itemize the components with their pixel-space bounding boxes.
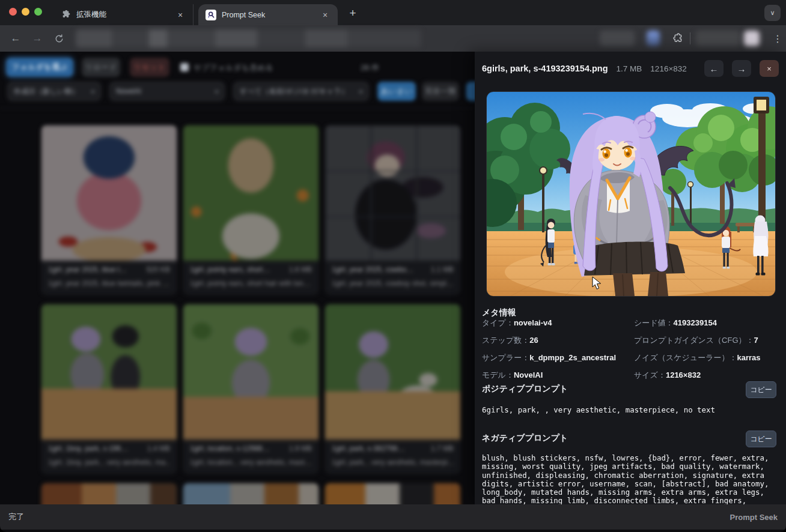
card-filename: 1girl, park, s-382798…: [332, 444, 404, 453]
address-bar-redacted[interactable]: [76, 29, 421, 47]
scope-dropdown-value: すべて（名前/ポジ/ネガ/キャラ）: [240, 86, 349, 97]
thumbnail-image: [41, 304, 177, 440]
new-tab-button[interactable]: +: [345, 5, 361, 21]
thumbnail-image: [41, 483, 177, 504]
gallery-card[interactable]: 1girl, year 2025, blue t…520 KB 1girl, y…: [41, 125, 177, 295]
card-filesize: 1.9 MB: [289, 444, 312, 453]
status-text: 完了: [8, 512, 24, 522]
card-filename: 1girl, year 2025, cowbo…: [332, 265, 413, 274]
model-dropdown-value: NovelAI: [116, 87, 141, 95]
preview-illustration: [487, 92, 775, 296]
chevron-down-icon: ▾: [359, 88, 362, 95]
browser-toolbar: ← → ⋮: [0, 25, 786, 52]
detail-panel: 6girls, park, s-4193239154.png 1.7 MB 12…: [475, 52, 786, 504]
toolbar-extension-redacted[interactable]: [600, 31, 635, 46]
copy-negative-button[interactable]: コピー: [746, 431, 776, 447]
card-filename: 1girl, location, s-12988…: [190, 444, 270, 453]
tab-title: Prompt Seek: [222, 11, 314, 19]
gallery-background: フォルダを選ぶ リロード リセット サブフォルダも含める 26 件 作成日（新し…: [0, 52, 475, 504]
gallery-card[interactable]: [41, 483, 177, 504]
macos-zoom-button[interactable]: [34, 8, 42, 16]
negative-prompt-text: blush, blush stickers, nsfw, lowres, {ba…: [482, 454, 781, 504]
card-prompt-preview: 1girl, year 2025, cowboy shot, simpl…: [332, 279, 454, 288]
page-content: フォルダを選ぶ リロード リセット サブフォルダも含める 26 件 作成日（新し…: [0, 52, 786, 504]
thumbnail-image: [324, 125, 461, 261]
macos-minimize-button[interactable]: [22, 8, 29, 16]
card-prompt-preview: 1girl, pointy ears, short hair with lon…: [190, 279, 312, 288]
card-prompt-preview: 1girl, year 2025, blue twintails, pink …: [48, 279, 170, 288]
chrome-menu-icon[interactable]: ⋮: [769, 30, 786, 47]
gallery-blurred-layer: フォルダを選ぶ リロード リセット サブフォルダも含める 26 件 作成日（新し…: [0, 52, 475, 504]
card-filesize: 520 KB: [147, 265, 170, 274]
next-image-button[interactable]: →: [732, 60, 751, 77]
thumbnail-image: [183, 304, 319, 440]
puzzle-favicon-icon: [60, 10, 71, 20]
extensions-puzzle-icon[interactable]: [669, 30, 686, 47]
gallery-card[interactable]: [324, 483, 461, 504]
gallery-card[interactable]: 1girl, 1boy, park, s-196…1.4 MB 1girl, 1…: [41, 304, 177, 474]
gallery-card[interactable]: 1girl, year 2025, cowbo…1.1 MB 1girl, ye…: [324, 125, 461, 295]
subfolder-checkbox-label: サブフォルダも含める: [193, 62, 273, 73]
app-name-label: Prompt Seek: [730, 513, 778, 522]
card-filename: 1girl, 1boy, park, s-196…: [48, 444, 128, 453]
copy-positive-button[interactable]: コピー: [746, 381, 776, 398]
prompt-seek-favicon-icon: [206, 10, 216, 20]
card-prompt-preview: 1girl, location, , very aesthetic, mast…: [190, 458, 312, 467]
tab-extensions[interactable]: 拡張機能 ×: [53, 4, 193, 25]
close-panel-button[interactable]: ×: [760, 60, 779, 77]
profile-name-redacted[interactable]: [696, 31, 740, 46]
clipped-blue-button[interactable]: [466, 82, 475, 101]
profile-avatar[interactable]: [744, 31, 760, 46]
fuzzy-match-button[interactable]: あいまい: [377, 82, 416, 101]
macos-close-button[interactable]: [9, 8, 17, 16]
toolbar-divider: [690, 32, 690, 44]
preview-image[interactable]: [486, 91, 776, 297]
tab-close-icon[interactable]: ×: [175, 10, 186, 20]
gallery-card[interactable]: [183, 483, 319, 504]
card-filesize: 1.7 MB: [431, 444, 454, 453]
gallery-card[interactable]: 1girl, location, s-12988…1.9 MB 1girl, l…: [183, 304, 319, 474]
thumbnail-image: [183, 483, 319, 504]
card-prompt-preview: 1girl, park, , very aesthetic, masterpi…: [332, 458, 454, 467]
subfolder-checkbox[interactable]: [180, 63, 189, 71]
prev-image-button[interactable]: ←: [704, 60, 724, 77]
reload-icon[interactable]: [50, 30, 67, 47]
card-filename: 1girl, year 2025, blue t…: [48, 265, 127, 274]
exact-match-button[interactable]: 完全一致: [422, 82, 459, 101]
negative-prompt-heading: ネガティブプロンプト: [482, 433, 568, 444]
tab-close-icon[interactable]: ×: [320, 10, 331, 20]
meta-item: サイズ：1216×832: [634, 370, 779, 381]
sort-dropdown[interactable]: 作成日（新しい順） ▾: [7, 82, 101, 101]
thumbnail-image: [41, 125, 177, 261]
meta-item: モデル：NovelAI: [482, 370, 634, 381]
toolbar-separator: [0, 108, 475, 109]
meta-item: シード値：4193239154: [634, 318, 779, 328]
reset-button[interactable]: リセット: [130, 58, 169, 77]
model-dropdown[interactable]: NovelAI ▾: [109, 82, 225, 101]
search-scope-dropdown[interactable]: すべて（名前/ポジ/ネガ/キャラ） ▾: [233, 82, 369, 101]
thumbnail-image: [183, 125, 319, 261]
positive-prompt-text: 6girls, park, , very aesthetic, masterpi…: [482, 406, 781, 414]
meta-item: ノイズ（スケジューラー）：karras: [634, 352, 779, 363]
back-icon[interactable]: ←: [7, 30, 24, 47]
tab-search-button[interactable]: ∨: [764, 5, 781, 21]
gallery-card[interactable]: 1girl, pointy ears, short…1.6 MB 1girl, …: [183, 125, 319, 295]
panel-header: 6girls, park, s-4193239154.png 1.7 MB 12…: [482, 59, 779, 77]
reload-button[interactable]: リロード: [82, 58, 120, 77]
card-filename: 1girl, pointy ears, short…: [190, 265, 270, 274]
sort-dropdown-value: 作成日（新しい順）: [14, 86, 79, 97]
status-bar: 完了 Prompt Seek: [0, 504, 786, 530]
choose-folder-button[interactable]: フォルダを選ぶ: [6, 58, 73, 77]
pinned-extension-icon[interactable]: [647, 31, 660, 46]
chevron-down-icon: ▾: [215, 88, 218, 95]
forward-icon[interactable]: →: [29, 30, 46, 47]
meta-heading: メタ情報: [482, 307, 516, 318]
gallery-card[interactable]: 1girl, park, s-382798…1.7 MB 1girl, park…: [324, 304, 461, 474]
tab-prompt-seek[interactable]: Prompt Seek ×: [198, 4, 338, 25]
panel-filename: 6girls, park, s-4193239154.png: [482, 64, 608, 73]
positive-prompt-heading: ポジティブプロンプト: [482, 384, 568, 394]
thumbnail-image: [324, 304, 461, 440]
panel-dimensions: 1216×832: [650, 64, 686, 73]
meta-item: サンプラー：k_dpmpp_2s_ancestral: [482, 352, 634, 363]
meta-item: タイプ：novelai-v4: [482, 318, 634, 328]
